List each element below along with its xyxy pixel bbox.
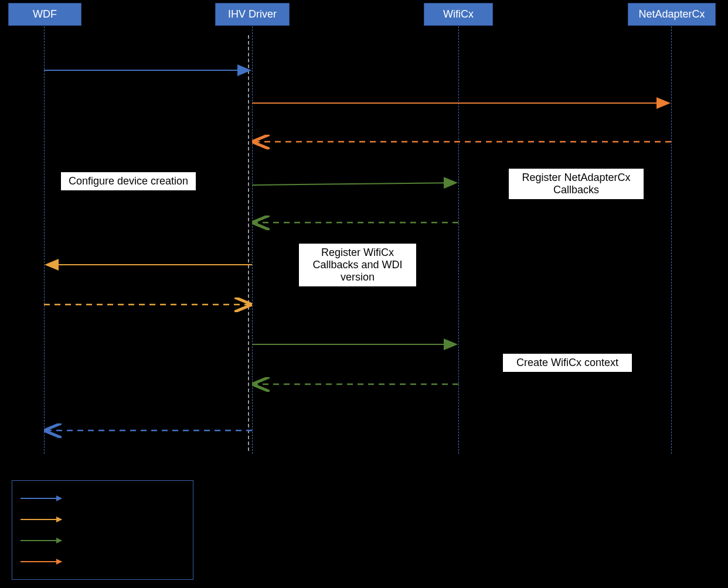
msg-evtadd: EvtDriverDeviceAdd() (100, 56, 190, 67)
msg-netinit-ret: Return NetDeviceInitConfig() (393, 128, 513, 138)
msg-netinit: NetDeviceInitConfig() (410, 90, 499, 100)
legend-label: WDF API Call (72, 493, 130, 504)
legend-row-wificx: .legend-row:nth-child(3) .legend-arrow::… (17, 530, 188, 551)
legend-label: WifiCx API Call (72, 535, 135, 546)
note-text: Create WifiCx context (516, 357, 618, 368)
msg-wdfcreate: WdfDeviceCreate() (109, 251, 189, 261)
note-text: Register WifiCx Callbacks and WDI versio… (312, 247, 402, 283)
note-text: Register NetAdapterCx Callbacks (522, 172, 630, 196)
legend-row-client: .legend-row:nth-child(2) .legend-arrow::… (17, 509, 188, 530)
legend-label: NetAdapterCx API Call (72, 556, 167, 567)
lifeline-label: NetAdapterCx (638, 8, 705, 20)
lifeline-netadapter (671, 26, 672, 454)
note-text: Configure device creation (69, 175, 188, 187)
note-config-device: Configure device creation (61, 172, 196, 190)
msg-wdfcreate-ret: Return WdfDeviceCreate() (94, 290, 205, 301)
legend: .legend-row:nth-child(1) .legend-arrow::… (12, 480, 193, 580)
msg-wifisetcfg-ret: Return WifiDeviceInitSetConfig() (277, 208, 411, 219)
msg-wifidevinit-ret: Return WifiDeviceInitialize() (294, 370, 410, 381)
lifeline-label: WDF (33, 8, 57, 20)
legend-row-netadapter: .legend-row:nth-child(4) .legend-arrow::… (17, 551, 188, 572)
note-register-nac: Register NetAdapterCx Callbacks (509, 169, 644, 199)
lifeline-header-ihv: IHV Driver (215, 3, 290, 26)
lifeline-header-wdf: WDF (8, 3, 81, 26)
legend-arrow-green (21, 540, 62, 541)
legend-row-wdf: .legend-row:nth-child(1) .legend-arrow::… (17, 488, 188, 509)
svg-line-3 (252, 183, 455, 185)
msg-wifidevinit: WifiDeviceInitialize() (311, 330, 395, 341)
note-register-wifi: Register WifiCx Callbacks and WDI versio… (299, 244, 416, 286)
lifeline-wdf (44, 26, 45, 454)
lifeline-label: WifiCx (443, 8, 474, 20)
divider-ihv (248, 35, 249, 451)
lifeline-ihv (252, 26, 253, 454)
lifeline-header-netadapter: NetAdapterCx (628, 3, 716, 26)
msg-evtadd-ret: Return EvtDriverDeviceAdd() (88, 416, 209, 427)
lifeline-label: IHV Driver (228, 8, 277, 20)
msg-wifisetcfg: WifiDeviceInitSetConfig() (293, 170, 397, 180)
legend-arrow-orange (21, 561, 62, 562)
legend-arrow-yellow (21, 519, 62, 520)
lifeline-header-wificx: WifiCx (424, 3, 493, 26)
legend-label: Client Driver Action (72, 514, 152, 525)
legend-arrow-blue (21, 498, 62, 499)
note-create-ctx: Create WifiCx context (503, 354, 632, 372)
